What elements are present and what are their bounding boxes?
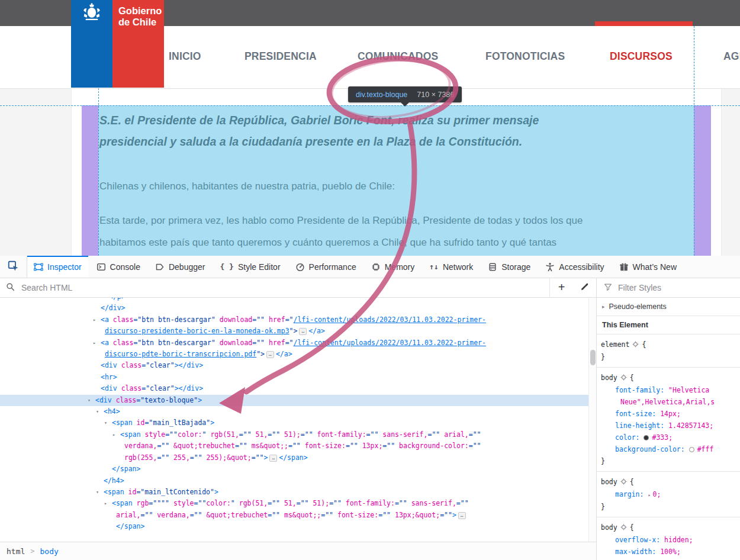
collapsed-ellipsis-badge[interactable]: … bbox=[266, 351, 274, 358]
tab-label: Network bbox=[443, 262, 473, 272]
screenshot-root: INICIOPRESIDENCIACOMUNICADOSFOTONOTICIAS… bbox=[0, 0, 740, 560]
css-rule-body[interactable]: body{overflow-x: hidden;max-width: 100%;… bbox=[597, 517, 740, 560]
selector-target-icon[interactable] bbox=[620, 477, 627, 488]
markup-node[interactable]: rgb(255,="" 255,="" 255);&quot;="">…</sp… bbox=[0, 452, 588, 464]
markup-node[interactable]: </span> bbox=[0, 464, 588, 475]
color-swatch[interactable] bbox=[689, 447, 694, 452]
css-declaration[interactable]: line-height: 1.42857143; bbox=[601, 420, 740, 432]
nav-item-fotonoticias[interactable]: FOTONOTICIAS bbox=[485, 50, 565, 63]
speech-text-block: S.E. el Presidente de la República, Gabr… bbox=[99, 110, 686, 256]
nav-item-presidencia[interactable]: PRESIDENCIA bbox=[244, 50, 317, 63]
tab-label: Style Editor bbox=[238, 262, 281, 272]
markup-node[interactable]: </p> bbox=[0, 298, 588, 302]
tab-storage[interactable]: Storage bbox=[481, 256, 537, 278]
logo-line2: de Chile bbox=[118, 17, 164, 28]
markup-node[interactable]: ▾<span id="main_ltContenido"> bbox=[0, 487, 588, 498]
color-swatch[interactable] bbox=[644, 435, 649, 440]
markup-node[interactable]: discurso-presidente-boric-en-la-moneda-o… bbox=[0, 326, 588, 337]
markup-node[interactable]: ▾<h4> bbox=[0, 406, 588, 417]
tooltip-selector: div.texto-bloque bbox=[356, 91, 407, 99]
markup-node[interactable]: </h4> bbox=[0, 475, 588, 487]
markup-scrollbar-thumb[interactable] bbox=[590, 350, 596, 365]
search-html-input[interactable] bbox=[20, 282, 549, 293]
markup-node[interactable]: ▾<span id="main_ltBajada"> bbox=[0, 417, 588, 429]
tab-performance[interactable]: Performance bbox=[289, 256, 363, 278]
create-new-node-button[interactable]: + bbox=[550, 278, 573, 297]
twisty-icon[interactable]: ▾ bbox=[96, 487, 99, 498]
selector-target-icon[interactable] bbox=[620, 522, 627, 534]
markup-node[interactable]: <hr> bbox=[0, 372, 588, 383]
collapsed-ellipsis-badge[interactable]: … bbox=[269, 455, 277, 462]
gobierno-de-chile-logo[interactable]: Gobierno de Chile bbox=[71, 0, 164, 88]
devtools-panel: InspectorConsoleDebugger{ }Style EditorP… bbox=[0, 256, 740, 560]
markup-node[interactable]: ▸<a class="btn btn-descargar" download="… bbox=[0, 337, 588, 349]
twisty-icon[interactable]: ▸ bbox=[93, 314, 96, 326]
markup-node[interactable]: discurso-pdte-boric-transcripcion.pdf">…… bbox=[0, 349, 588, 360]
css-declaration[interactable]: font-family: "Helvetica bbox=[601, 384, 740, 396]
markup-node[interactable]: <div class="clear"></div> bbox=[0, 383, 588, 394]
markup-node-selected[interactable]: ▾<div class="texto-bloque"> bbox=[0, 395, 588, 406]
breadcrumb-item-html[interactable]: html bbox=[7, 547, 25, 556]
rules-section-this-element: This Element bbox=[597, 316, 740, 334]
logo-flag-red: Gobierno de Chile bbox=[112, 0, 164, 88]
markup-node[interactable]: verdana,="" &quot;trebuchet="" ms&quot;;… bbox=[0, 440, 588, 452]
css-value-continuation[interactable]: Neue",Helvetica,Arial,s bbox=[601, 396, 740, 408]
css-declaration[interactable]: background-color: #fff bbox=[601, 443, 740, 455]
site-page: INICIOPRESIDENCIACOMUNICADOSFOTONOTICIAS… bbox=[0, 0, 740, 256]
twisty-icon[interactable]: ▾ bbox=[104, 417, 107, 429]
tab-accessibility[interactable]: Accessibility bbox=[539, 256, 610, 278]
nav-item-discursos[interactable]: DISCURSOS bbox=[610, 50, 673, 63]
twisty-icon[interactable]: ▸ bbox=[648, 492, 651, 498]
nav-item-inicio[interactable]: INICIO bbox=[169, 50, 201, 63]
rule-selector[interactable]: element bbox=[601, 340, 629, 349]
breadcrumb-item-body[interactable]: body bbox=[40, 547, 59, 556]
css-declaration[interactable]: color: #333; bbox=[601, 432, 740, 443]
breadcrumb: html>body bbox=[0, 542, 596, 560]
markup-node[interactable]: arial,="" verdana,="" &quot;trebuchet=""… bbox=[0, 510, 588, 521]
css-declaration[interactable]: max-width: 100%; bbox=[601, 546, 740, 558]
twisty-icon[interactable]: ▸ bbox=[112, 429, 115, 440]
node-picker-button[interactable] bbox=[0, 256, 27, 278]
twisty-icon[interactable]: ▸ bbox=[104, 498, 107, 509]
twisty-icon[interactable]: ▾ bbox=[88, 395, 91, 406]
logo-flag-blue bbox=[71, 0, 112, 88]
rule-selector[interactable]: body bbox=[601, 374, 617, 382]
css-declaration[interactable]: font-size: 14px; bbox=[601, 408, 740, 420]
debugger-icon bbox=[155, 262, 165, 272]
tab-console[interactable]: Console bbox=[90, 256, 147, 278]
tab-memory[interactable]: Memory bbox=[365, 256, 422, 278]
markup-node[interactable]: <div class="clear"></div> bbox=[0, 360, 588, 371]
css-rule-body[interactable]: body{margin: ▸0;} bbox=[597, 472, 740, 517]
memory-icon bbox=[371, 262, 381, 272]
twisty-icon[interactable]: ▸ bbox=[93, 337, 96, 349]
markup-node[interactable]: </div> bbox=[0, 302, 588, 314]
markup-node[interactable]: ▸<span rgb="""" style=""color:" rgb(51,=… bbox=[0, 498, 588, 509]
selector-target-icon[interactable] bbox=[632, 339, 639, 351]
tab-inspector[interactable]: Inspector bbox=[27, 256, 88, 278]
gift-icon bbox=[619, 262, 629, 272]
rule-selector[interactable]: body bbox=[601, 478, 617, 486]
tab-network[interactable]: ↑↓Network bbox=[423, 256, 480, 278]
collapsed-ellipsis-badge[interactable]: … bbox=[458, 512, 466, 519]
markup-node[interactable]: ▸<span style=""color:" rgb(51,="" 51,=""… bbox=[0, 429, 588, 440]
tab-debugger[interactable]: Debugger bbox=[149, 256, 212, 278]
tab-what-s-new[interactable]: What’s New bbox=[613, 256, 683, 278]
tab-label: Console bbox=[110, 262, 140, 272]
tab-style-editor[interactable]: { }Style Editor bbox=[213, 256, 287, 278]
filter-styles-input[interactable] bbox=[617, 282, 706, 293]
markup-node[interactable]: ▸<a class="btn btn-descargar" download="… bbox=[0, 314, 588, 326]
markup-node[interactable]: </span> bbox=[0, 521, 588, 532]
nav-item-agenda[interactable]: AGENDA bbox=[723, 50, 740, 63]
collapsed-ellipsis-badge[interactable]: … bbox=[299, 328, 307, 335]
css-rule-body[interactable]: body{font-family: "HelveticaNeue",Helvet… bbox=[597, 368, 740, 472]
storage-icon bbox=[488, 262, 497, 272]
css-rule-element[interactable]: element{} bbox=[597, 334, 740, 368]
selector-target-icon[interactable] bbox=[620, 372, 627, 384]
twisty-icon[interactable]: ▾ bbox=[96, 406, 99, 417]
css-declaration[interactable]: overflow-x: hidden; bbox=[601, 534, 740, 546]
nav-item-comunicados[interactable]: COMUNICADOS bbox=[358, 50, 438, 63]
css-declaration[interactable]: margin: ▸0; bbox=[601, 488, 740, 501]
rules-section-pseudo-elements[interactable]: ▸Pseudo-elements bbox=[597, 298, 740, 316]
rule-selector[interactable]: body bbox=[601, 523, 617, 532]
eyedropper-button[interactable] bbox=[573, 278, 596, 297]
